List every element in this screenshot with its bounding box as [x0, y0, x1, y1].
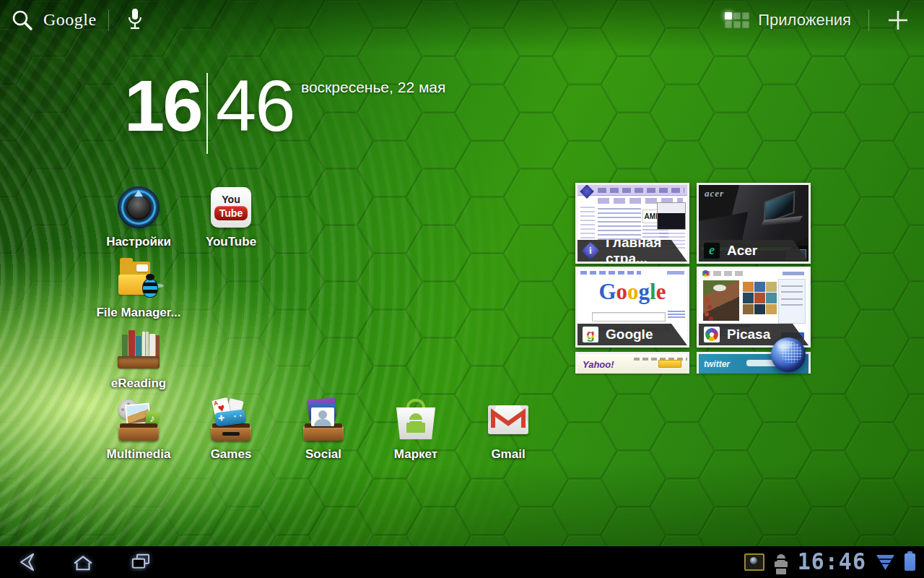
recent-apps-icon — [128, 548, 153, 577]
app-label: YouTube — [188, 235, 274, 249]
app-shortcut-gmail[interactable]: Gmail — [465, 399, 552, 462]
add-widget-button[interactable] — [881, 6, 915, 35]
bookmark-thumbnail-picasa[interactable]: Picasa — [697, 267, 811, 348]
acer-favicon: e — [704, 243, 720, 259]
app-shortcut-games[interactable]: A ♥ Games — [188, 399, 274, 462]
back-button[interactable] — [9, 548, 42, 577]
app-shortcut-file-manager[interactable]: File Manager... — [95, 257, 182, 320]
ereading-bookshelf-icon — [118, 328, 160, 370]
app-shortcut-settings[interactable]: Настройки — [95, 186, 182, 249]
app-label: Multimedia — [95, 447, 182, 462]
system-bar: 16:46 — [0, 546, 924, 578]
social-drawer-icon — [302, 399, 344, 441]
settings-knob-icon — [118, 186, 160, 228]
picasa-pinwheel-favicon — [704, 327, 720, 342]
youtube-tube-text: Tube — [214, 206, 248, 220]
topbar-divider — [108, 9, 109, 31]
gmail-envelope-icon — [487, 399, 529, 441]
recent-apps-button[interactable] — [124, 548, 157, 577]
app-shortcut-youtube[interactable]: You Tube YouTube — [188, 186, 274, 249]
apps-button-label: Приложения — [758, 11, 851, 30]
bookmark-title: Google — [606, 327, 653, 342]
app-label: Social — [280, 447, 367, 462]
app-shortcut-ereading[interactable]: eReading — [95, 328, 182, 391]
app-label: File Manager... — [95, 306, 182, 320]
app-shortcut-multimedia[interactable]: ♪ Multimedia — [95, 399, 182, 462]
multimedia-drawer-icon: ♪ — [118, 399, 160, 441]
android-market-bag-icon — [395, 399, 437, 441]
top-action-bar: Google Приложения — [0, 0, 924, 40]
android-home-screen: Google Приложения — [0, 0, 924, 578]
clock-minutes: 46 — [216, 69, 294, 142]
bookmark-title: Acer — [727, 243, 757, 259]
games-drawer-icon: A ♥ — [210, 399, 252, 441]
bookmark-title: Picasa — [727, 327, 770, 342]
system-clock[interactable]: 16:46 — [798, 551, 866, 574]
youtube-you-text: You — [222, 194, 240, 204]
bookmark-thumbnail-acer[interactable]: acer e Acer — [697, 183, 811, 264]
bookmark-label-bar: e Acer — [699, 240, 808, 262]
bookmark-thumbnail-home-page[interactable]: AMD i Главная стра... — [575, 183, 689, 264]
back-icon — [13, 548, 38, 577]
search-icon — [10, 8, 35, 33]
status-tray[interactable]: 16:46 — [744, 551, 915, 573]
bookmark-label-bar: i Главная стра... — [578, 240, 687, 262]
app-shortcut-social[interactable]: Social — [280, 399, 367, 462]
apps-button[interactable]: Приложения — [719, 8, 857, 33]
app-label: Настройки — [95, 235, 182, 249]
app-label: Games — [188, 447, 274, 462]
browser-globe-icon[interactable] — [771, 337, 806, 372]
google-page-logo: Google — [578, 280, 687, 303]
google-search-widget[interactable]: Google — [10, 8, 97, 33]
usb-debug-android-icon[interactable] — [774, 554, 788, 570]
youtube-icon: You Tube — [210, 186, 252, 228]
file-manager-folder-bee-icon — [118, 257, 160, 299]
google-logo: Google — [43, 10, 97, 30]
google-g-favicon: g — [583, 327, 598, 342]
wifi-signal-icon — [876, 554, 895, 571]
clock-date: воскресенье, 22 мая — [301, 79, 445, 96]
topbar-divider — [868, 9, 869, 31]
app-label: Маркет — [372, 447, 459, 462]
camera-notification-icon[interactable] — [744, 553, 764, 571]
bookmark-thumbnail-google[interactable]: Google Google Search I'm Feeling Lucky g… — [575, 267, 689, 348]
bookmark-page-preview: Yahoo! — [578, 354, 687, 374]
clock-widget[interactable]: 16 46 воскресенье, 22 мая — [124, 69, 463, 163]
app-label: eReading — [95, 376, 182, 391]
microphone-icon — [126, 7, 144, 33]
apps-grid-icon — [725, 12, 749, 28]
app-shortcut-market[interactable]: Маркет — [372, 399, 459, 462]
home-icon — [71, 548, 95, 577]
clock-hours: 16 — [124, 69, 201, 142]
bookmark-thumbnail-yahoo[interactable]: Yahoo! — [575, 352, 689, 374]
home-button[interactable] — [66, 548, 100, 577]
plus-icon — [886, 9, 910, 32]
bookmark-label-bar: g Google — [578, 324, 687, 345]
battery-icon — [905, 553, 915, 571]
ixbt-diamond-favicon: i — [582, 242, 600, 260]
clock-divider — [206, 73, 208, 154]
voice-search-button[interactable] — [121, 4, 149, 36]
app-label: Gmail — [465, 447, 552, 462]
